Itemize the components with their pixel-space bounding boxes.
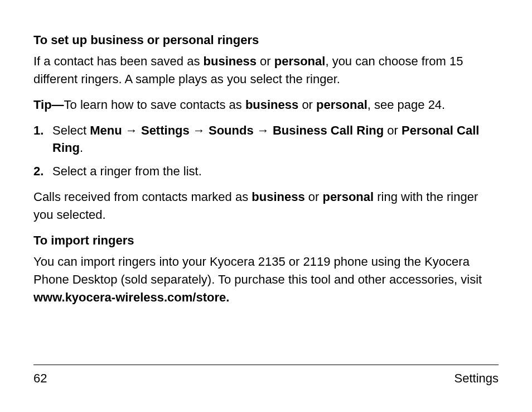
bold-personal: personal bbox=[274, 54, 326, 68]
text: . bbox=[80, 141, 83, 155]
bold-business: business bbox=[252, 190, 304, 204]
url-text: www.kyocera-wireless.com/store. bbox=[33, 290, 229, 304]
step-2: 2. Select a ringer from the list. bbox=[33, 162, 499, 180]
bold-business: business bbox=[204, 54, 257, 68]
steps-list: 1. Select Menu → Settings → Sounds → Bus… bbox=[33, 122, 499, 181]
step-number: 1. bbox=[33, 122, 52, 157]
arrow-icon: → bbox=[254, 123, 273, 137]
text: Select bbox=[52, 123, 90, 137]
bold-personal: personal bbox=[316, 98, 367, 112]
step-1: 1. Select Menu → Settings → Sounds → Bus… bbox=[33, 122, 499, 157]
text: or bbox=[384, 123, 402, 137]
text: or bbox=[257, 54, 274, 68]
arrow-icon: → bbox=[122, 123, 141, 137]
menu-path-sounds: Sounds bbox=[209, 123, 254, 137]
bold-personal: personal bbox=[322, 190, 374, 204]
arrow-icon: → bbox=[190, 123, 209, 137]
step-body: Select a ringer from the list. bbox=[52, 162, 499, 180]
footer-section-label: Settings bbox=[454, 370, 499, 387]
bold-business: business bbox=[245, 98, 298, 112]
footer-rule bbox=[33, 365, 499, 365]
footer-row: 62 Settings bbox=[33, 370, 499, 387]
text: To learn how to save contacts as bbox=[64, 98, 245, 112]
intro-paragraph: If a contact has been saved as business … bbox=[33, 52, 499, 88]
tip-paragraph: Tip—To learn how to save contacts as bus… bbox=[33, 96, 499, 114]
text: , see page 24. bbox=[367, 98, 445, 112]
text: You can import ringers into your Kyocera… bbox=[33, 255, 482, 286]
section-heading-ringers: To set up business or personal ringers bbox=[33, 31, 499, 49]
text: If a contact has been saved as bbox=[33, 54, 204, 68]
manual-page: To set up business or personal ringers I… bbox=[0, 0, 532, 412]
step-body: Select Menu → Settings → Sounds → Busine… bbox=[52, 122, 499, 157]
page-number: 62 bbox=[33, 370, 47, 387]
text: Calls received from contacts marked as bbox=[33, 190, 252, 204]
menu-path-settings: Settings bbox=[141, 123, 190, 137]
text: or bbox=[298, 98, 316, 112]
tip-label: Tip— bbox=[33, 98, 64, 112]
section-heading-import: To import ringers bbox=[33, 232, 499, 250]
menu-path-menu: Menu bbox=[90, 123, 122, 137]
import-paragraph: You can import ringers into your Kyocera… bbox=[33, 253, 499, 306]
step-number: 2. bbox=[33, 162, 52, 180]
outro-paragraph: Calls received from contacts marked as b… bbox=[33, 188, 499, 224]
page-footer: 62 Settings bbox=[33, 365, 499, 387]
menu-path-business-call-ring: Business Call Ring bbox=[273, 123, 384, 137]
text: or bbox=[305, 190, 323, 204]
